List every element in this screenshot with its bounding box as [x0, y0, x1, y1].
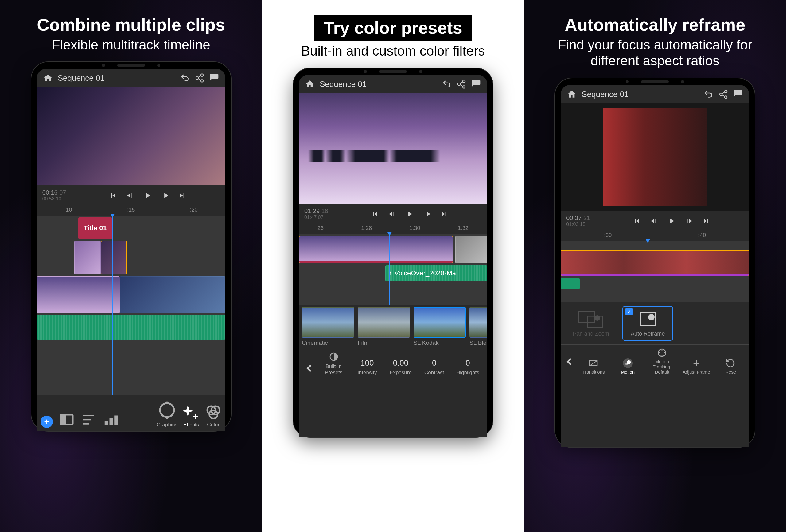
- play-icon[interactable]: [143, 191, 152, 200]
- project-panel-icon[interactable]: [58, 411, 75, 428]
- video-clip-selected[interactable]: [561, 250, 749, 276]
- preset-cinematic[interactable]: Cinematic: [302, 307, 354, 346]
- phone-frame-b: Sequence 01 01:29 16 01:47 07: [293, 68, 493, 437]
- bottom-toolbar: + Graphics Effects Color: [37, 395, 225, 431]
- comment-icon[interactable]: [733, 89, 743, 99]
- builtin-presets-button[interactable]: Built-In Presets: [318, 352, 349, 376]
- preset-sl-bleach[interactable]: SL Bleac: [469, 307, 487, 346]
- share-icon[interactable]: [718, 89, 728, 99]
- video-clip-selected[interactable]: [101, 241, 127, 274]
- add-button[interactable]: +: [41, 416, 53, 428]
- undo-icon[interactable]: [180, 73, 190, 83]
- auto-reframe-option[interactable]: ✓ Auto Reframe: [622, 306, 673, 341]
- color-button[interactable]: Color: [205, 404, 222, 428]
- playhead[interactable]: [389, 234, 390, 304]
- pan-zoom-option[interactable]: Pan and Zoom: [565, 306, 616, 341]
- title-track[interactable]: Title 01: [37, 217, 225, 239]
- timeline[interactable]: ♪ VoiceOver_2020-Ma: [299, 234, 487, 304]
- intensity-control[interactable]: 100 Intensity: [352, 358, 382, 376]
- timeline[interactable]: Title 01: [37, 215, 225, 395]
- headline-subtitle: Find your focus automatically for differ…: [536, 37, 774, 69]
- share-icon[interactable]: [457, 79, 466, 89]
- audio-track[interactable]: ♪ VoiceOver_2020-Ma: [299, 265, 487, 281]
- undo-icon[interactable]: [704, 89, 714, 99]
- audio-clip[interactable]: [561, 278, 579, 289]
- video-clip[interactable]: [37, 276, 120, 313]
- timeline[interactable]: [561, 241, 749, 302]
- frame-forward-icon[interactable]: [422, 210, 431, 218]
- exposure-control[interactable]: 0.00 Exposure: [385, 358, 416, 376]
- motion-button[interactable]: Motion: [611, 358, 644, 374]
- reframed-video: [603, 108, 707, 206]
- play-controls: [338, 210, 482, 218]
- preset-film[interactable]: Film: [358, 307, 410, 346]
- preset-row[interactable]: Cinematic Film SL Kodak SL Bleac: [299, 304, 487, 349]
- home-icon[interactable]: [567, 89, 577, 99]
- headline-subtitle: Built-in and custom color filters: [301, 43, 485, 59]
- headline-title: Combine multiple clips: [37, 15, 225, 34]
- play-icon[interactable]: [667, 217, 676, 225]
- video-track[interactable]: [299, 236, 487, 263]
- skip-end-icon[interactable]: [701, 217, 710, 225]
- motion-tracking-button[interactable]: Motion Tracking: Default: [646, 348, 678, 374]
- playhead[interactable]: [112, 215, 113, 395]
- svg-point-19: [724, 90, 727, 93]
- video-preview[interactable]: [37, 87, 225, 185]
- play-controls: [599, 217, 744, 225]
- frame-forward-icon[interactable]: [685, 217, 693, 225]
- home-icon[interactable]: [43, 73, 53, 83]
- title-clip[interactable]: Title 01: [78, 217, 112, 239]
- skip-start-icon[interactable]: [633, 217, 641, 225]
- home-icon[interactable]: [305, 79, 315, 89]
- svg-point-21: [724, 96, 727, 98]
- app-screen-b: Sequence 01 01:29 16 01:47 07: [299, 75, 487, 437]
- tracks-panel-icon[interactable]: [102, 411, 119, 428]
- graphics-button[interactable]: Graphics: [157, 400, 178, 428]
- share-icon[interactable]: [195, 73, 205, 83]
- reset-button[interactable]: Rese: [714, 358, 747, 374]
- time-ruler[interactable]: :30 :40: [561, 231, 749, 241]
- frame-back-icon[interactable]: [650, 217, 658, 225]
- audio-track[interactable]: [37, 315, 225, 340]
- contrast-control[interactable]: 0 Contrast: [419, 358, 449, 376]
- effects-button[interactable]: Effects: [183, 404, 200, 428]
- skip-end-icon[interactable]: [178, 191, 186, 200]
- preset-thumb: [358, 307, 410, 338]
- comment-icon[interactable]: [209, 73, 219, 83]
- audio-clip[interactable]: ♪ VoiceOver_2020-Ma: [385, 265, 487, 281]
- headline-c: Automatically reframe Find your focus au…: [524, 0, 786, 75]
- adjust-frame-button[interactable]: Adjust Frame: [680, 358, 713, 374]
- undo-icon[interactable]: [442, 79, 452, 89]
- video-preview[interactable]: [299, 93, 487, 204]
- play-icon[interactable]: [405, 210, 414, 218]
- skip-start-icon[interactable]: [109, 191, 118, 200]
- back-icon[interactable]: [303, 362, 315, 376]
- video-preview[interactable]: [561, 103, 749, 211]
- highlights-control[interactable]: 0 Highlights: [453, 358, 483, 376]
- edit-panel-icon[interactable]: [80, 411, 97, 428]
- playhead[interactable]: [648, 241, 648, 302]
- video-clip[interactable]: [455, 236, 487, 263]
- time-ruler[interactable]: 26 1:28 1:30 1:32: [299, 224, 487, 234]
- back-icon[interactable]: [563, 355, 575, 374]
- video-track[interactable]: [561, 250, 749, 276]
- video-clip[interactable]: [74, 241, 101, 274]
- comment-icon[interactable]: [471, 79, 481, 89]
- audio-clip[interactable]: [37, 315, 225, 340]
- playback-bar: 00:37 21 01:03 15: [561, 211, 749, 231]
- skip-end-icon[interactable]: [440, 210, 448, 218]
- video-clip[interactable]: [120, 276, 225, 313]
- transitions-button[interactable]: Transitions: [577, 358, 610, 374]
- skip-start-icon[interactable]: [371, 210, 379, 218]
- video-clip-selected[interactable]: [299, 236, 453, 263]
- frame-forward-icon[interactable]: [161, 191, 169, 200]
- svg-rect-8: [105, 421, 108, 425]
- preset-sl-kodak[interactable]: SL Kodak: [414, 307, 466, 346]
- frame-back-icon[interactable]: [126, 191, 135, 200]
- video-track-2[interactable]: [37, 241, 225, 274]
- frame-back-icon[interactable]: [388, 210, 397, 218]
- video-track-1[interactable]: [37, 276, 225, 313]
- timecode: 01:29 16 01:47 07: [304, 208, 335, 220]
- audio-track[interactable]: [561, 278, 749, 289]
- time-ruler[interactable]: :10 :15 :20: [37, 205, 225, 215]
